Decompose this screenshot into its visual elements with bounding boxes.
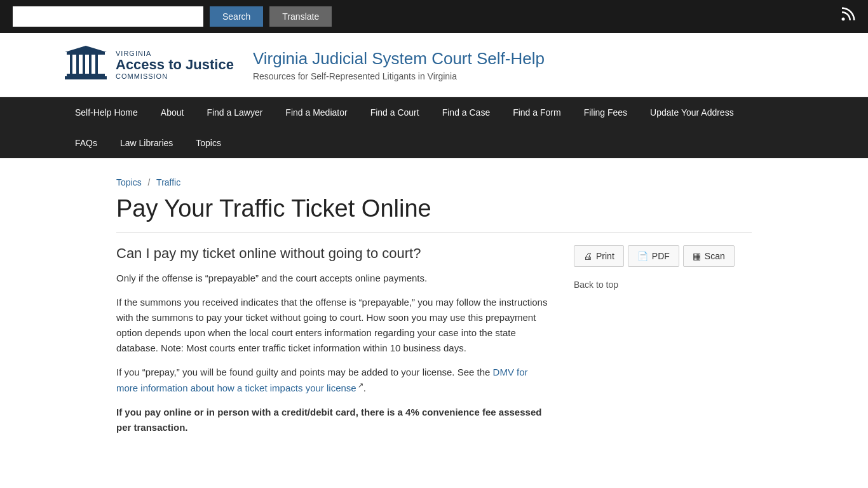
- para4-bold: If you pay online or in person with a cr…: [116, 407, 541, 433]
- search-input[interactable]: [13, 6, 203, 27]
- breadcrumb-separator: /: [148, 177, 151, 187]
- svg-marker-8: [65, 46, 107, 52]
- pdf-label: PDF: [652, 251, 670, 261]
- nav-find-a-case[interactable]: Find a Case: [431, 97, 501, 128]
- svg-rect-6: [95, 55, 98, 74]
- nav-self-help-home[interactable]: Self-Help Home: [64, 97, 149, 128]
- content-wrapper: Topics / Traffic Pay Your Traffic Ticket…: [53, 158, 815, 463]
- breadcrumb-topics[interactable]: Topics: [116, 177, 142, 187]
- nav-find-a-lawyer[interactable]: Find a Lawyer: [195, 97, 274, 128]
- para3-suffix: .: [363, 383, 366, 393]
- print-icon: 🖨: [583, 251, 592, 261]
- site-header: VIRGINIA Access to Justice COMMISSION Vi…: [0, 33, 868, 97]
- print-label: Print: [596, 251, 614, 261]
- nav-update-address[interactable]: Update Your Address: [639, 97, 745, 128]
- logo-access: Access to Justice: [116, 57, 234, 72]
- translate-button[interactable]: Translate: [269, 6, 332, 27]
- nav-find-a-court[interactable]: Find a Court: [359, 97, 431, 128]
- print-button[interactable]: 🖨 Print: [574, 245, 624, 267]
- nav-about[interactable]: About: [149, 97, 196, 128]
- nav-faqs[interactable]: FAQs: [64, 128, 109, 158]
- logo-commission: COMMISSION: [116, 72, 234, 80]
- nav-filing-fees[interactable]: Filing Fees: [573, 97, 639, 128]
- site-subtitle: Resources for Self-Represented Litigants…: [253, 71, 545, 81]
- section-heading: Can I pay my ticket online without going…: [116, 245, 548, 262]
- action-buttons: 🖨 Print 📄 PDF ▦ Scan: [574, 245, 752, 267]
- sidebar: 🖨 Print 📄 PDF ▦ Scan Back to top: [574, 245, 752, 444]
- page-title: Pay Your Traffic Ticket Online: [116, 195, 752, 233]
- nav-law-libraries[interactable]: Law Libraries: [109, 128, 184, 158]
- svg-rect-3: [76, 55, 79, 74]
- top-bar: Search Translate: [0, 0, 868, 33]
- back-to-top[interactable]: Back to top: [574, 280, 752, 290]
- content-layout: Can I pay my ticket online without going…: [116, 245, 752, 444]
- svg-rect-4: [83, 55, 85, 74]
- rss-icon: [840, 7, 855, 26]
- site-title-area: Virginia Judicial System Court Self-Help…: [253, 49, 545, 81]
- nav-find-a-form[interactable]: Find a Form: [501, 97, 572, 128]
- svg-rect-9: [65, 76, 107, 79]
- breadcrumb: Topics / Traffic: [116, 177, 752, 187]
- search-button[interactable]: Search: [210, 6, 263, 27]
- svg-point-0: [842, 18, 845, 21]
- svg-rect-5: [89, 55, 92, 74]
- paragraph-3: If you “prepay,” you will be found guilt…: [116, 365, 548, 396]
- scan-button[interactable]: ▦ Scan: [683, 245, 735, 267]
- paragraph-4: If you pay online or in person with a cr…: [116, 405, 548, 435]
- pdf-button[interactable]: 📄 PDF: [628, 245, 679, 267]
- breadcrumb-traffic[interactable]: Traffic: [156, 177, 180, 187]
- logo-image: [64, 46, 108, 84]
- nav-topics[interactable]: Topics: [184, 128, 233, 158]
- main-nav: Self-Help Home About Find a Lawyer Find …: [0, 97, 868, 158]
- svg-rect-2: [70, 55, 72, 74]
- pdf-icon: 📄: [637, 251, 648, 261]
- nav-row-1: Self-Help Home About Find a Lawyer Find …: [64, 97, 804, 128]
- svg-rect-7: [67, 74, 105, 76]
- svg-rect-1: [67, 52, 105, 55]
- scan-label: Scan: [705, 251, 725, 261]
- para3-prefix: If you “prepay,” you will be found guilt…: [116, 367, 493, 377]
- nav-find-a-mediator[interactable]: Find a Mediator: [274, 97, 358, 128]
- main-content: Can I pay my ticket online without going…: [116, 245, 548, 444]
- logo-text: VIRGINIA Access to Justice COMMISSION: [116, 50, 234, 80]
- ext-link-icon: ↗: [358, 381, 363, 389]
- logo-area: VIRGINIA Access to Justice COMMISSION: [64, 46, 234, 84]
- paragraph-1: Only if the offense is “prepayable” and …: [116, 271, 548, 286]
- scan-icon: ▦: [693, 251, 701, 261]
- nav-row-2: FAQs Law Libraries Topics: [64, 128, 804, 158]
- site-title[interactable]: Virginia Judicial System Court Self-Help: [253, 49, 545, 69]
- paragraph-2: If the summons you received indicates th…: [116, 295, 548, 356]
